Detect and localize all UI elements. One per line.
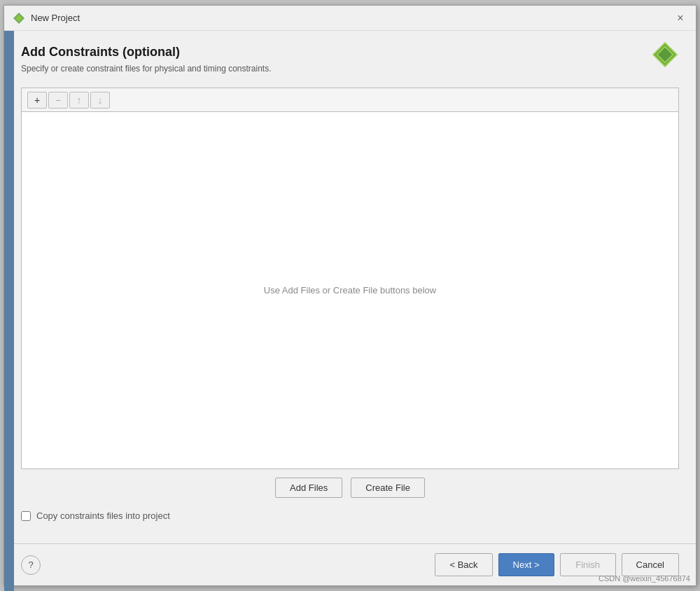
up-arrow-icon: ↑	[77, 95, 82, 106]
sidebar-accent	[4, 31, 14, 591]
add-icon: +	[34, 95, 40, 106]
remove-icon: −	[55, 95, 61, 106]
move-up-toolbar-button[interactable]: ↑	[69, 92, 89, 109]
file-action-buttons: Add Files Create File	[21, 469, 679, 506]
file-list-container: + − ↑ ↓ Use Add Files or Create File but…	[21, 88, 679, 469]
logo-area	[651, 41, 679, 71]
footer: ? < Back Next > Finish Cancel	[4, 543, 696, 585]
next-button[interactable]: Next >	[498, 553, 554, 576]
page-title: Add Constraints (optional)	[21, 45, 679, 60]
content-area: Add Constraints (optional) Specify or cr…	[4, 31, 696, 543]
dialog-window: New Project × Add Constraints (optional)…	[4, 5, 696, 586]
vivado-logo	[651, 41, 679, 69]
empty-message: Use Add Files or Create File buttons bel…	[264, 285, 436, 296]
copy-constraints-label[interactable]: Copy constraints files into project	[36, 510, 170, 521]
title-bar: New Project ×	[4, 6, 696, 31]
copy-constraints-area: Copy constraints files into project	[21, 506, 679, 529]
cancel-button[interactable]: Cancel	[622, 553, 679, 576]
page-subtitle: Specify or create constraint files for p…	[21, 64, 679, 74]
file-list-body: Use Add Files or Create File buttons bel…	[22, 112, 678, 468]
footer-right: < Back Next > Finish Cancel	[435, 553, 679, 576]
app-icon	[13, 12, 25, 25]
title-bar-left: New Project	[13, 12, 80, 25]
finish-button[interactable]: Finish	[560, 553, 616, 576]
watermark: CSDN @weixin_45676874	[598, 574, 690, 583]
footer-left: ?	[21, 555, 41, 575]
create-file-button[interactable]: Create File	[351, 478, 425, 498]
back-button[interactable]: < Back	[435, 553, 492, 576]
copy-constraints-checkbox[interactable]	[21, 511, 31, 521]
add-files-button[interactable]: Add Files	[275, 478, 342, 498]
move-down-toolbar-button[interactable]: ↓	[90, 92, 110, 109]
remove-file-toolbar-button[interactable]: −	[48, 92, 68, 109]
close-button[interactable]: ×	[673, 11, 687, 25]
file-toolbar: + − ↑ ↓	[22, 88, 678, 112]
window-title: New Project	[31, 13, 80, 23]
down-arrow-icon: ↓	[98, 95, 103, 106]
help-button[interactable]: ?	[21, 555, 41, 575]
add-file-toolbar-button[interactable]: +	[27, 92, 47, 109]
